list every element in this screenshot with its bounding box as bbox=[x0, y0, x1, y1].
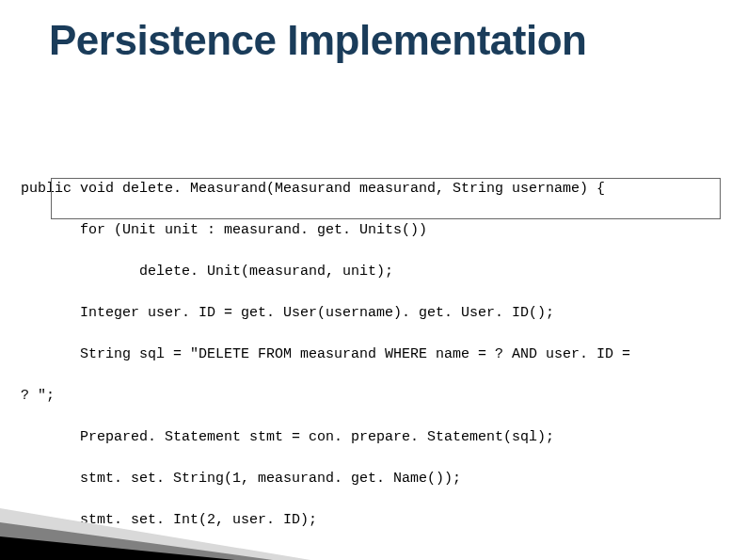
slide-title: Persistence Implementation bbox=[49, 17, 586, 64]
code-line-5: String sql = "DELETE FROM measurand WHER… bbox=[21, 344, 726, 365]
code-line-2: for (Unit unit : measurand. get. Units()… bbox=[21, 220, 726, 241]
code-line-3: delete. Unit(measurand, unit); bbox=[21, 262, 726, 282]
decorative-wedge-icon bbox=[0, 456, 310, 560]
code-line-6: ? "; bbox=[21, 386, 726, 407]
code-line-7: Prepared. Statement stmt = con. prepare.… bbox=[21, 427, 726, 448]
code-line-1: public void delete. Measurand(Measurand … bbox=[21, 179, 726, 200]
code-line-4: Integer user. ID = get. User(username). … bbox=[21, 303, 726, 324]
